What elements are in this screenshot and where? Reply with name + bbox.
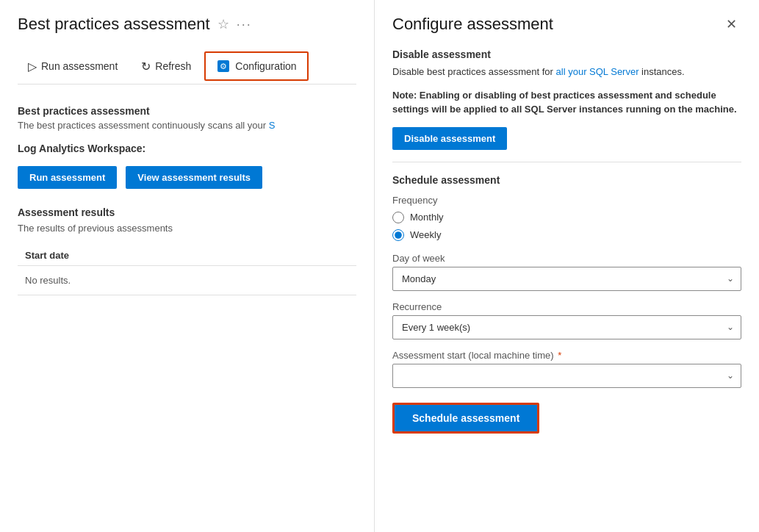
frequency-radio-group: Monthly Weekly: [392, 212, 741, 241]
best-practices-title: Best practices assessment: [18, 105, 356, 117]
day-of-week-label: Day of week: [392, 253, 741, 264]
column-start-date: Start date: [25, 250, 69, 261]
svg-text:⚙: ⚙: [220, 62, 227, 71]
day-of-week-select[interactable]: Sunday Monday Tuesday Wednesday Thursday…: [392, 267, 741, 291]
recurrence-select[interactable]: Every 1 week(s) Every 2 week(s) Every 3 …: [392, 315, 741, 339]
frequency-label: Frequency: [392, 195, 741, 206]
refresh-button-label: Refresh: [155, 60, 191, 72]
left-panel: Best practices assessment ☆ ··· ▷ Run as…: [0, 0, 375, 532]
assessment-start-field: Assessment start (local machine time) * …: [392, 350, 741, 388]
config-icon: ⚙: [216, 59, 231, 73]
refresh-icon: ↻: [141, 60, 151, 73]
disable-text-before: Disable best practices assessment for: [392, 66, 556, 77]
right-panel: Configure assessment ✕ Disable assessmen…: [375, 0, 759, 532]
star-icon[interactable]: ☆: [217, 16, 229, 32]
disable-text-after: instances.: [639, 66, 685, 77]
monthly-radio[interactable]: [392, 212, 404, 223]
ellipsis-icon[interactable]: ···: [237, 17, 252, 32]
disable-text: Disable best practices assessment for al…: [392, 65, 741, 79]
panel-header: Configure assessment ✕: [392, 15, 741, 34]
close-button[interactable]: ✕: [722, 15, 741, 34]
schedule-btn-wrapper: Schedule assessment: [392, 403, 741, 434]
assessment-start-label: Assessment start (local machine time) *: [392, 350, 741, 361]
monthly-radio-option[interactable]: Monthly: [392, 212, 741, 223]
recurrence-label: Recurrence: [392, 301, 741, 312]
results-no-data: No results.: [18, 266, 356, 295]
workspace-label: Log Analytics Workspace:: [18, 143, 356, 154]
run-assessment-main-button[interactable]: Run assessment: [18, 166, 117, 189]
weekly-radio[interactable]: [392, 229, 404, 241]
page-title-row: Best practices assessment ☆ ···: [18, 15, 356, 34]
action-buttons: Run assessment View assessment results: [18, 166, 356, 189]
weekly-label: Weekly: [410, 229, 441, 240]
required-marker: *: [558, 350, 561, 361]
schedule-heading: Schedule assessment: [392, 174, 741, 186]
schedule-assessment-button[interactable]: Schedule assessment: [392, 403, 539, 434]
disable-link[interactable]: all your SQL Server: [556, 66, 639, 77]
monthly-label: Monthly: [410, 212, 444, 223]
best-practices-desc: The best practices assessment continuous…: [18, 120, 356, 131]
note-text: Note: Enabling or disabling of best prac…: [392, 88, 741, 117]
view-results-button[interactable]: View assessment results: [126, 166, 262, 189]
assessment-results-title: Assessment results: [18, 206, 356, 218]
assessment-results-desc: The results of previous assessments: [18, 223, 356, 234]
weekly-radio-option[interactable]: Weekly: [392, 229, 741, 241]
disable-heading: Disable assessment: [392, 48, 741, 60]
refresh-button[interactable]: ↻ Refresh: [131, 51, 201, 81]
recurrence-select-wrapper: Every 1 week(s) Every 2 week(s) Every 3 …: [392, 315, 741, 339]
configuration-button[interactable]: ⚙ Configuration: [204, 51, 308, 81]
results-table-header: Start date: [18, 245, 356, 266]
toolbar: ▷ Run assessment ↻ Refresh ⚙ Configurati…: [18, 51, 356, 85]
assessment-start-select-wrapper: 12:00 AM 1:00 AM 2:00 AM 6:00 AM 12:00 P…: [392, 364, 741, 388]
day-of-week-field: Day of week Sunday Monday Tuesday Wednes…: [392, 253, 741, 291]
run-button-label: Run assessment: [41, 60, 118, 72]
assessment-start-select[interactable]: 12:00 AM 1:00 AM 2:00 AM 6:00 AM 12:00 P…: [392, 364, 741, 388]
page-title: Best practices assessment: [18, 15, 210, 34]
recurrence-field: Recurrence Every 1 week(s) Every 2 week(…: [392, 301, 741, 339]
run-assessment-button[interactable]: ▷ Run assessment: [18, 51, 128, 81]
day-of-week-select-wrapper: Sunday Monday Tuesday Wednesday Thursday…: [392, 267, 741, 291]
disable-assessment-button[interactable]: Disable assessment: [392, 127, 507, 150]
play-icon: ▷: [28, 60, 37, 73]
config-button-label: Configuration: [235, 60, 296, 72]
panel-title: Configure assessment: [392, 15, 553, 34]
desc-link[interactable]: S: [269, 120, 276, 131]
divider: [392, 162, 741, 162]
